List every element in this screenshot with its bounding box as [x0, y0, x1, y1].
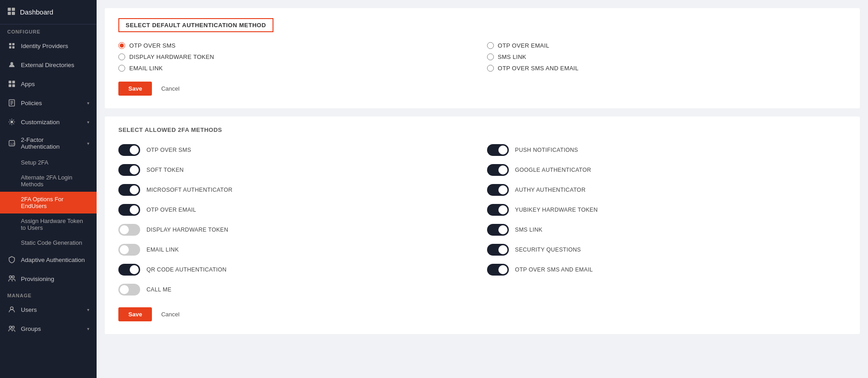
sidebar-sub-static-code[interactable]: Static Code Generation [0, 235, 97, 250]
toggle-soft-token-switch[interactable] [118, 164, 140, 176]
toggle-yubikey-track[interactable] [487, 204, 509, 216]
toggle-call-me-switch[interactable] [118, 284, 140, 296]
configure-section-label: Configure [0, 24, 97, 36]
svg-point-24 [12, 326, 15, 329]
toggle-otp-email-switch[interactable] [118, 204, 140, 216]
apps-icon [7, 79, 16, 88]
toggle-ms-auth-label: MICROSOFT AUTHENTICATOR [146, 187, 233, 193]
toggle-email-link: EMAIL LINK [118, 242, 478, 257]
groups-icon [7, 324, 16, 333]
toggle-otp-sms-track[interactable] [118, 144, 140, 156]
toggle-ms-auth-track[interactable] [118, 184, 140, 196]
toggle-call-me-track[interactable] [118, 284, 140, 296]
dashboard-icon [7, 7, 15, 17]
radio-email-link[interactable]: EMAIL LINK [118, 65, 478, 72]
toggle-security-q-switch[interactable] [487, 244, 509, 256]
provisioning-label: Provisioning [21, 276, 54, 282]
radio-otp-sms-email-input[interactable] [487, 65, 494, 72]
radio-otp-sms-input[interactable] [118, 42, 125, 49]
manage-section-label: Manage [0, 288, 97, 300]
sidebar-item-provisioning[interactable]: Provisioning [0, 269, 97, 288]
toggle-email-link-switch[interactable] [118, 244, 140, 256]
users-chevron: ▾ [87, 307, 89, 312]
sidebar-sub-setup-2fa[interactable]: Setup 2FA [0, 155, 97, 170]
sidebar-item-users[interactable]: Users ▾ [0, 300, 97, 319]
policies-chevron: ▾ [87, 101, 89, 106]
toggle-authy-auth: AUTHY AUTHENTICATOR [487, 182, 847, 198]
sidebar-item-policies[interactable]: Policies ▾ [0, 93, 97, 112]
svg-text:123: 123 [10, 142, 15, 146]
radio-otp-email-input[interactable] [487, 42, 494, 49]
toggle-authy-auth-track[interactable] [487, 184, 509, 196]
svg-rect-11 [9, 84, 11, 87]
toggle-sms-link-switch[interactable] [487, 224, 509, 236]
sidebar-dashboard[interactable]: Dashboard [0, 0, 97, 24]
svg-rect-12 [12, 84, 15, 87]
toggle-google-auth-switch[interactable] [487, 164, 509, 176]
customization-icon [7, 117, 16, 126]
toggle-push-notif-switch[interactable] [487, 144, 509, 156]
toggle-sms-link-track[interactable] [487, 224, 509, 236]
toggle-google-auth: GOOGLE AUTHENTICATOR [487, 162, 847, 178]
section2-actions: Save Cancel [118, 307, 846, 321]
sidebar-sub-2fa-options-endusers[interactable]: 2FA Options For EndUsers [0, 192, 97, 213]
radio-group: OTP OVER SMS OTP OVER EMAIL DISPLAY HARD… [118, 42, 846, 72]
radio-display-hw-token-input[interactable] [118, 53, 125, 60]
sidebar-item-apps[interactable]: Apps [0, 74, 97, 93]
radio-sms-link-input[interactable] [487, 53, 494, 60]
radio-sms-link[interactable]: SMS LINK [487, 53, 847, 60]
toggle-display-hw-track[interactable] [118, 224, 140, 236]
section-allowed-2fa-header: SELECT ALLOWED 2FA METHODS [118, 126, 846, 133]
toggle-email-link-track[interactable] [118, 244, 140, 256]
toggle-google-auth-track[interactable] [487, 164, 509, 176]
section1-cancel-button[interactable]: Cancel [156, 82, 184, 96]
svg-point-17 [10, 121, 13, 123]
toggle-qr-code: QR CODE AUTHENTICATION [118, 262, 478, 277]
apps-label: Apps [21, 81, 35, 87]
toggle-ms-auth-switch[interactable] [118, 184, 140, 196]
toggle-security-q-track[interactable] [487, 244, 509, 256]
toggle-yubikey-switch[interactable] [487, 204, 509, 216]
sidebar-sub-assign-hardware[interactable]: Assign Hardware Token to Users [0, 213, 97, 235]
radio-otp-sms-email-label: OTP OVER SMS AND EMAIL [498, 65, 579, 72]
radio-display-hw-token[interactable]: DISPLAY HARDWARE TOKEN [118, 53, 478, 60]
toggle-display-hw-switch[interactable] [118, 224, 140, 236]
toggle-soft-token-track[interactable] [118, 164, 140, 176]
toggle-authy-auth-switch[interactable] [487, 184, 509, 196]
section1-save-button[interactable]: Save [118, 82, 152, 96]
section2-cancel-button[interactable]: Cancel [156, 307, 184, 321]
provisioning-icon [7, 274, 16, 283]
sidebar-item-adaptive-auth[interactable]: Adaptive Authentication [0, 250, 97, 269]
toggle-qr-code-track[interactable] [118, 264, 140, 276]
sidebar-sub-alternate-2fa[interactable]: Alternate 2FA Login Methods [0, 170, 97, 192]
sidebar-item-groups[interactable]: Groups ▾ [0, 319, 97, 338]
toggle-email-link-label: EMAIL LINK [146, 247, 179, 253]
radio-otp-sms-label: OTP OVER SMS [129, 42, 176, 49]
toggle-otp-sms-switch[interactable] [118, 144, 140, 156]
toggle-push-notif-track[interactable] [487, 144, 509, 156]
radio-otp-email[interactable]: OTP OVER EMAIL [487, 42, 847, 49]
sidebar-item-customization[interactable]: Customization ▾ [0, 112, 97, 131]
users-icon [7, 305, 16, 314]
radio-display-hw-token-label: DISPLAY HARDWARE TOKEN [129, 53, 214, 60]
groups-label: Groups [21, 325, 41, 332]
radio-otp-sms-email[interactable]: OTP OVER SMS AND EMAIL [487, 65, 847, 72]
sidebar-item-2fa[interactable]: 123 2-Factor Authentication ▾ [0, 131, 97, 155]
sidebar-item-external-directories[interactable]: External Directories [0, 55, 97, 74]
toggle-display-hw: DISPLAY HARDWARE TOKEN [118, 222, 478, 237]
toggle-otp-email-track[interactable] [118, 204, 140, 216]
policies-label: Policies [21, 100, 42, 107]
policies-icon [7, 98, 16, 107]
radio-otp-sms[interactable]: OTP OVER SMS [118, 42, 478, 49]
toggle-otp-sms-email-switch[interactable] [487, 264, 509, 276]
sidebar: Dashboard Configure Identity Providers E… [0, 0, 97, 378]
toggle-qr-code-switch[interactable] [118, 264, 140, 276]
radio-email-link-input[interactable] [118, 65, 125, 72]
toggle-security-q: SECURITY QUESTIONS [487, 242, 847, 257]
sidebar-item-identity-providers[interactable]: Identity Providers [0, 36, 97, 55]
toggle-otp-sms-email-track[interactable] [487, 264, 509, 276]
customization-label: Customization [21, 119, 60, 126]
svg-rect-7 [12, 46, 15, 48]
radio-otp-email-label: OTP OVER EMAIL [498, 42, 550, 49]
section2-save-button[interactable]: Save [118, 307, 152, 321]
